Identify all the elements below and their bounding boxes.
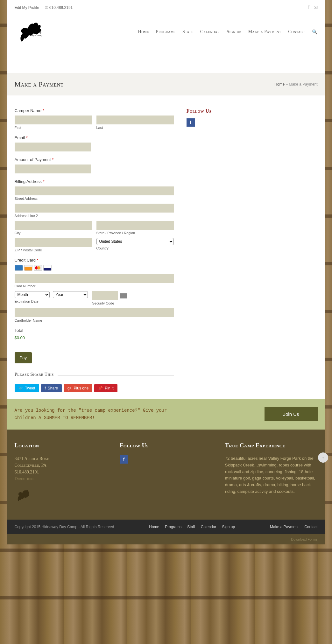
cardholder-input[interactable] — [15, 308, 174, 317]
camper-name-label: Camper Name * — [15, 108, 174, 113]
amex-icon — [15, 265, 23, 271]
search-icon[interactable]: 🔍 — [312, 29, 318, 35]
nav-programs[interactable]: Programs — [156, 29, 175, 34]
total-label: Total — [15, 328, 174, 333]
email-icon[interactable]: ✉ — [314, 4, 318, 10]
mastercard-icon — [34, 265, 42, 271]
sec-sublabel: Security Code — [92, 301, 127, 305]
header: Hideaway Day Camp Home Programs Staff Ca… — [7, 15, 325, 73]
footer-exp-title: True Camp Experience — [225, 442, 318, 449]
bottom-bar: Copyright 2015 Hideaway Day Camp - All R… — [7, 520, 325, 534]
bottom-links-right: Make a Payment Contact — [270, 525, 317, 529]
bottom-sub: Download Forms — [7, 534, 325, 544]
card-number-sublabel: Card Number — [15, 284, 174, 288]
footer-directions-link[interactable]: Directions — [15, 475, 107, 482]
state-sublabel: State / Province / Region — [96, 231, 174, 235]
share-button[interactable]: f Share — [41, 384, 62, 392]
visa-icon — [43, 265, 52, 271]
email-label: Email * — [15, 135, 174, 140]
footer-addr2: Collegeville, PA — [15, 462, 107, 469]
footer: Location 3471 Arcola Road Collegeville, … — [7, 430, 325, 520]
payment-form: Camper Name * First Last Email * — [15, 108, 174, 392]
main-nav: Home Programs Staff Calendar Sign up Mak… — [138, 29, 318, 35]
plusone-button[interactable]: g+ Plus one — [64, 384, 92, 392]
sidebar-follow-title: Follow Us — [187, 108, 244, 114]
footer-exp-text: 72 beautiful acres near Valley Forge Par… — [225, 455, 318, 495]
nav-calendar[interactable]: Calendar — [200, 29, 220, 34]
logo[interactable]: Hideaway Day Camp — [15, 19, 46, 45]
share-title: Please Share This — [15, 372, 54, 380]
footer-addr1: 3471 Arcola Road — [15, 455, 107, 462]
country-sublabel: Country — [96, 246, 174, 250]
billing-label: Billing Address * — [15, 179, 174, 184]
discover-icon — [24, 265, 32, 271]
page-title: Make a Payment — [15, 80, 64, 88]
cta-bar: Are you looking for the "true camp exper… — [7, 399, 325, 430]
svg-text:Hideaway: Hideaway — [30, 31, 42, 34]
bottom-link-calendar[interactable]: Calendar — [201, 525, 216, 529]
footer-logo — [15, 488, 31, 504]
bottom-link-home[interactable]: Home — [149, 525, 159, 529]
state-input[interactable] — [96, 221, 174, 230]
line2-sublabel: Address Line 2 — [15, 214, 174, 218]
cta-text: Are you looking for the "true camp exper… — [15, 407, 187, 421]
breadcrumb-current: Make a Payment — [289, 82, 317, 87]
city-input[interactable] — [15, 221, 92, 230]
bottom-link-staff[interactable]: Staff — [187, 525, 195, 529]
first-name-input[interactable] — [15, 116, 92, 124]
breadcrumb: Home » Make a Payment — [274, 82, 317, 87]
download-forms-link[interactable]: Download Forms — [291, 537, 317, 541]
cvv-icon — [120, 293, 127, 298]
facebook-icon[interactable]: f — [308, 4, 309, 10]
footer-follow-title: Follow Us — [120, 442, 212, 449]
sidebar-facebook-button[interactable]: f — [187, 118, 195, 127]
bottom-link-payment[interactable]: Make a Payment — [270, 525, 299, 529]
street-input[interactable] — [15, 186, 174, 195]
pinit-button[interactable]: 📌 Pin It — [94, 384, 117, 392]
pay-button[interactable]: Pay — [15, 352, 32, 363]
nav-contact[interactable]: Contact — [288, 29, 305, 34]
svg-text:Day Camp: Day Camp — [30, 34, 42, 37]
card-icons — [15, 265, 174, 271]
card-number-input[interactable] — [15, 274, 174, 283]
amount-input[interactable] — [15, 164, 91, 173]
sidebar: Follow Us f — [187, 108, 244, 392]
cc-label: Credit Card * — [15, 258, 174, 262]
breadcrumb-home[interactable]: Home — [274, 82, 285, 87]
scroll-top-button[interactable]: ↑ — [318, 452, 328, 463]
nav-staff[interactable]: Staff — [182, 29, 193, 34]
join-us-button[interactable]: Join Us — [265, 407, 317, 421]
edit-profile-link[interactable]: Edit My Profile — [15, 5, 39, 10]
footer-facebook-button[interactable]: f — [120, 455, 128, 464]
footer-phone: 610.489.2191 — [15, 469, 107, 475]
nav-make-payment[interactable]: Make a Payment — [248, 29, 281, 34]
first-sublabel: First — [15, 126, 92, 130]
phone-number: 610.489.2191 — [45, 5, 73, 10]
total-value: $0.00 — [15, 335, 174, 340]
security-code-input[interactable] — [92, 291, 118, 300]
last-name-input[interactable] — [96, 116, 174, 124]
zip-sublabel: ZIP / Postal Code — [15, 248, 92, 252]
amount-label: Amount of Payment * — [15, 157, 174, 162]
cardholder-sublabel: Cardholder Name — [15, 318, 174, 322]
exp-month-select[interactable]: Month — [15, 291, 50, 298]
bottom-link-signup[interactable]: Sign up — [222, 525, 235, 529]
email-input[interactable] — [15, 143, 91, 151]
copyright: Copyright 2015 Hideaway Day Camp - All R… — [15, 525, 114, 529]
exp-year-select[interactable]: Year — [53, 291, 88, 298]
tweet-button[interactable]: 🐦 Tweet — [15, 384, 39, 392]
line2-input[interactable] — [15, 204, 174, 213]
footer-location-title: Location — [15, 442, 107, 449]
topbar: Edit My Profile 610.489.2191 f ✉ — [15, 0, 318, 15]
bottom-link-contact[interactable]: Contact — [304, 525, 317, 529]
country-select[interactable]: United States — [96, 238, 174, 245]
nav-signup[interactable]: Sign up — [227, 29, 241, 34]
exp-sublabel: Expiration Date — [15, 299, 88, 303]
zip-input[interactable] — [15, 238, 92, 247]
bottom-links-center: Home Programs Staff Calendar Sign up — [149, 525, 235, 529]
bottom-link-programs[interactable]: Programs — [165, 525, 181, 529]
city-sublabel: City — [15, 231, 92, 235]
page-header: Make a Payment Home » Make a Payment — [7, 73, 325, 95]
nav-home[interactable]: Home — [138, 29, 149, 34]
last-sublabel: Last — [96, 126, 174, 130]
